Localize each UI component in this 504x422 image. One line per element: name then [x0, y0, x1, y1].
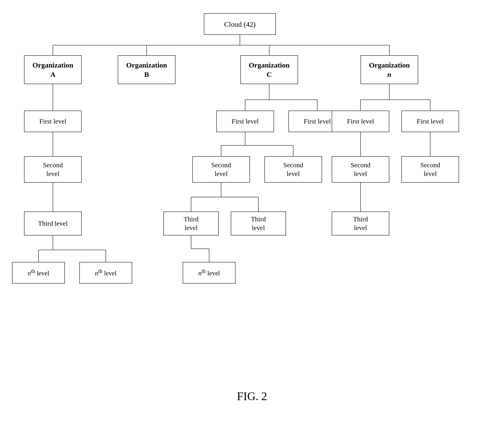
- third-level-a: Third level: [24, 211, 82, 236]
- org-a-node: OrganizationA: [24, 55, 82, 84]
- third-level-n1: Thirdlevel: [332, 211, 389, 236]
- second-level-c1: Secondlevel: [192, 156, 250, 183]
- first-level-n2: First level: [401, 111, 459, 132]
- second-level-n2: Secondlevel: [401, 156, 459, 183]
- first-level-n1: First level: [332, 111, 389, 132]
- second-level-n1: Secondlevel: [332, 156, 389, 183]
- second-level-a: Secondlevel: [24, 156, 82, 183]
- nth-level-a1: nth level: [12, 262, 65, 284]
- nth-level-a2: nth level: [79, 262, 132, 284]
- second-level-c2: Secondlevel: [264, 156, 322, 183]
- org-n-node: Organizationn: [361, 55, 418, 84]
- first-level-a: First level: [24, 111, 82, 132]
- org-b-node: OrganizationB: [118, 55, 175, 84]
- org-c-node: OrganizationC: [240, 55, 298, 84]
- first-level-c1: First level: [216, 111, 274, 132]
- diagram-container: Cloud (42) OrganizationA OrganizationB O…: [0, 0, 504, 422]
- cloud-node: Cloud (42): [204, 13, 276, 35]
- figure-caption: FIG. 2: [0, 390, 504, 403]
- third-level-c1: Thirdlevel: [163, 211, 219, 236]
- nth-level-c1: nth level: [183, 262, 236, 284]
- third-level-c2: Thirdlevel: [231, 211, 286, 236]
